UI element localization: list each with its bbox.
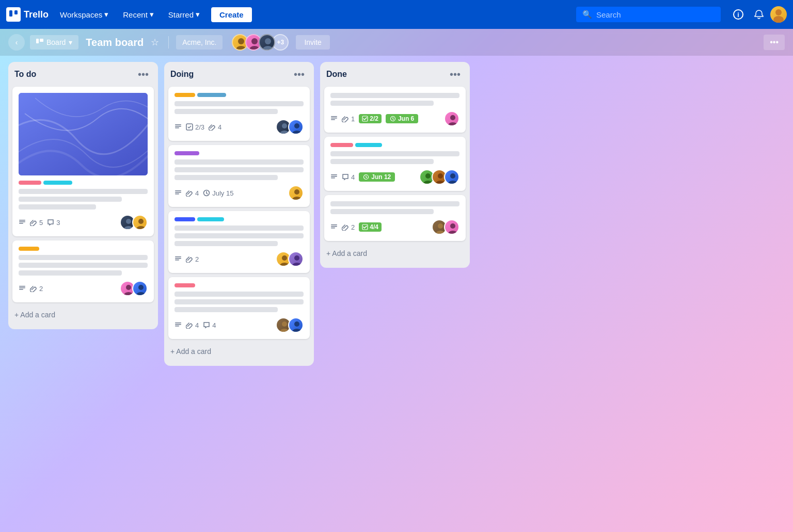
card-content-lines xyxy=(19,255,148,276)
card-checklist: 2/3 xyxy=(186,123,204,131)
search-bar[interactable]: 🔍 xyxy=(576,7,721,22)
card-done-2[interactable]: 4 Jun 12 xyxy=(324,137,466,191)
svg-point-42 xyxy=(292,197,302,201)
card-description-icon xyxy=(330,223,338,231)
card-cover xyxy=(19,93,148,175)
checklist-badge: 4/4 xyxy=(359,222,382,232)
svg-rect-1 xyxy=(14,10,18,14)
svg-rect-30 xyxy=(175,126,181,127)
card-todo-2[interactable]: 2 xyxy=(12,240,154,302)
card-avatar-1 xyxy=(444,111,459,126)
svg-point-62 xyxy=(450,115,455,120)
search-input[interactable] xyxy=(596,10,715,19)
svg-point-68 xyxy=(425,173,431,179)
svg-rect-24 xyxy=(19,289,23,290)
user-avatar[interactable] xyxy=(770,6,787,23)
card-content-lines xyxy=(175,292,304,312)
svg-point-53 xyxy=(282,321,287,327)
card-doing-3[interactable]: 2 xyxy=(168,211,310,273)
comments-count: 3 xyxy=(56,219,60,227)
card-line-2 xyxy=(19,197,122,202)
add-card-todo[interactable]: + Add a card xyxy=(12,307,154,323)
column-doing-menu[interactable]: ••• xyxy=(291,68,308,80)
svg-point-72 xyxy=(450,173,455,179)
card-description-icon xyxy=(19,219,26,226)
recent-nav[interactable]: Recent ▾ xyxy=(118,7,159,22)
svg-rect-76 xyxy=(331,228,335,229)
card-avatar-2 xyxy=(444,219,459,235)
svg-point-63 xyxy=(448,122,457,126)
svg-rect-14 xyxy=(19,93,148,175)
svg-rect-74 xyxy=(331,224,337,225)
invite-button[interactable]: Invite xyxy=(296,35,329,50)
attachments-count: 4 xyxy=(195,321,199,329)
card-labels xyxy=(330,143,459,147)
card-line-1 xyxy=(175,292,304,297)
card-labels xyxy=(175,93,304,97)
info-button[interactable]: i xyxy=(729,5,748,24)
workspace-badge[interactable]: Acme, Inc. xyxy=(176,35,223,50)
svg-text:i: i xyxy=(737,11,739,19)
card-comments: 3 xyxy=(47,219,60,227)
svg-rect-58 xyxy=(331,118,337,119)
card-description-icon xyxy=(175,255,182,263)
workspaces-nav[interactable]: Workspaces ▾ xyxy=(55,7,114,22)
workspaces-chevron: ▾ xyxy=(104,10,108,19)
label-yellow xyxy=(19,247,39,251)
due-date-text: Jun 6 xyxy=(398,115,414,122)
card-done-3[interactable]: 2 4/4 xyxy=(324,195,466,241)
card-doing-4[interactable]: 4 4 xyxy=(168,277,310,339)
label-pink xyxy=(19,181,41,185)
card-labels xyxy=(175,283,304,287)
card-avatars xyxy=(288,185,304,201)
column-todo-header: To do ••• xyxy=(12,68,154,83)
create-button[interactable]: Create xyxy=(211,7,252,22)
svg-rect-0 xyxy=(9,10,12,17)
svg-point-34 xyxy=(280,131,289,135)
card-description-icon xyxy=(330,115,338,122)
starred-nav[interactable]: Starred ▾ xyxy=(163,7,205,22)
card-line-2 xyxy=(175,233,304,238)
sidebar-toggle[interactable]: ‹ xyxy=(8,34,25,51)
card-due-date: July 15 xyxy=(203,189,233,197)
svg-rect-23 xyxy=(19,287,25,288)
due-date-badge: Jun 6 xyxy=(386,114,418,123)
card-done-1[interactable]: 1 2/2 Jun 6 xyxy=(324,87,466,133)
card-doing-1[interactable]: 2/3 4 xyxy=(168,87,310,141)
logo-icon xyxy=(6,7,21,22)
svg-point-21 xyxy=(136,226,146,230)
svg-point-78 xyxy=(438,223,443,229)
card-labels xyxy=(175,217,304,221)
notifications-button[interactable] xyxy=(750,5,768,24)
card-avatars xyxy=(276,317,304,333)
column-done-menu[interactable]: ••• xyxy=(447,68,464,80)
column-todo-menu[interactable]: ••• xyxy=(135,68,152,80)
svg-point-48 xyxy=(294,255,299,261)
board-view-button[interactable]: Board ▾ xyxy=(30,35,78,50)
column-doing-title: Doing xyxy=(170,70,194,79)
card-attachments: 2 xyxy=(30,285,43,293)
card-avatars xyxy=(444,111,459,126)
svg-point-79 xyxy=(436,231,445,235)
card-line-3 xyxy=(19,204,96,209)
card-doing-2[interactable]: 4 July 15 xyxy=(168,145,310,207)
add-card-done[interactable]: + Add a card xyxy=(324,245,466,262)
add-card-doing[interactable]: + Add a card xyxy=(168,343,310,360)
svg-point-35 xyxy=(294,123,299,128)
due-date-badge: Jun 12 xyxy=(359,172,395,182)
card-line-3 xyxy=(19,270,122,276)
label-yellow xyxy=(175,93,195,97)
card-content-lines xyxy=(175,101,304,114)
svg-point-46 xyxy=(282,255,287,261)
more-options-button[interactable]: ••• xyxy=(764,35,785,50)
card-labels xyxy=(175,151,304,155)
svg-point-13 xyxy=(263,46,273,51)
svg-rect-6 xyxy=(36,39,39,43)
card-todo-1[interactable]: 5 3 xyxy=(12,87,154,236)
svg-point-19 xyxy=(124,226,133,230)
star-button[interactable]: ☆ xyxy=(149,35,161,50)
card-attachments: 2 xyxy=(342,223,355,231)
svg-point-9 xyxy=(236,46,246,51)
logo[interactable]: Trello xyxy=(6,7,49,22)
member-avatar-3[interactable] xyxy=(259,34,275,51)
